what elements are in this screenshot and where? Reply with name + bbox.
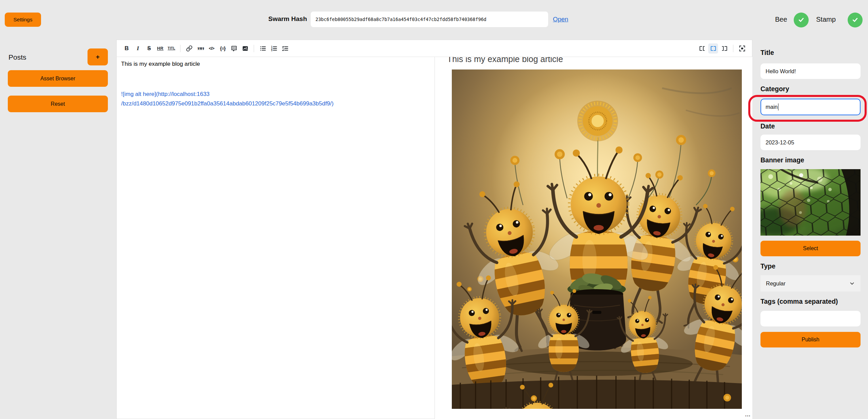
preview-heading: This is my example blog article	[447, 57, 752, 64]
swarm-hash-input[interactable]	[311, 12, 548, 27]
strikethrough-button[interactable]: S	[144, 43, 154, 54]
toolbar-view-controls	[696, 43, 748, 54]
side-by-side-icon[interactable]	[708, 43, 718, 54]
open-link[interactable]: Open	[553, 16, 568, 23]
stamp-check-icon	[848, 13, 863, 27]
horizontal-rule-button[interactable]: HR	[155, 43, 165, 54]
asset-browser-button[interactable]: Asset Browser	[8, 70, 108, 87]
swarm-hash-label: Swarm Hash	[253, 15, 307, 23]
quote-icon[interactable]: ””	[195, 43, 205, 54]
category-label: Category	[760, 85, 789, 93]
banner-image-label: Banner image	[760, 156, 804, 164]
italic-button[interactable]: I	[133, 43, 143, 54]
settings-button[interactable]: Settings	[5, 13, 41, 27]
title-label: Title	[760, 49, 774, 57]
tags-input[interactable]	[760, 311, 861, 326]
text-caret	[778, 103, 779, 111]
ordered-list-icon[interactable]: 1 2 3	[269, 43, 279, 54]
editor-image-markdown: ![img alt here](http://localhost:1633 /b…	[121, 89, 333, 108]
fullscreen-icon[interactable]	[737, 43, 747, 54]
toolbar-separator	[733, 45, 733, 52]
banner-image-thumbnail	[760, 169, 861, 236]
side-preview-icon[interactable]	[719, 43, 729, 54]
type-selected-value: Regular	[766, 280, 786, 287]
code-icon[interactable]: </>	[207, 43, 216, 54]
date-label: Date	[760, 122, 775, 130]
stamp-status-label: Stamp	[816, 16, 836, 23]
reset-button[interactable]: Reset	[8, 96, 108, 112]
type-label: Type	[760, 262, 775, 270]
chevron-down-icon	[849, 280, 855, 286]
bee-check-icon	[794, 13, 809, 27]
bold-button[interactable]: B	[122, 43, 132, 54]
task-list-icon[interactable]	[280, 43, 290, 54]
category-input[interactable]: main	[760, 99, 861, 115]
link-icon[interactable]	[184, 43, 194, 54]
editor-toolbar: B I S HR TITL ”” </> {≡}	[117, 40, 752, 57]
side-editor-icon[interactable]	[697, 43, 707, 54]
svg-text:3: 3	[271, 49, 272, 51]
tags-label: Tags (comma separated)	[760, 298, 838, 305]
markdown-link-line1: ![img alt here](http://localhost:1633	[121, 89, 333, 99]
editor-text-line: This is my example blog article	[121, 61, 200, 67]
title-input[interactable]	[760, 63, 861, 79]
image-icon[interactable]	[240, 43, 250, 54]
toolbar-separator	[180, 45, 180, 52]
type-select[interactable]: Regular	[760, 275, 861, 292]
banner-select-button[interactable]: Select	[760, 241, 861, 256]
preview-overflow-dots: ...	[745, 412, 751, 417]
category-value: main	[766, 104, 778, 110]
preview-bees-image	[452, 69, 742, 409]
posts-heading: Posts	[8, 53, 26, 61]
title-heading-button[interactable]: TITL	[167, 43, 176, 54]
publish-button[interactable]: Publish	[760, 332, 861, 347]
toolbar-separator	[254, 45, 254, 52]
bee-status-label: Bee	[775, 16, 787, 23]
date-input[interactable]	[760, 135, 861, 150]
new-post-button[interactable]: +	[88, 48, 108, 65]
markdown-link-line2: /bzz/d1480d10652d975e091b2ffa0a35614abda…	[121, 99, 333, 108]
embed-icon[interactable]	[229, 43, 239, 54]
blog-editor-app: Settings Swarm Hash Open Bee Stamp Posts…	[0, 0, 868, 419]
unordered-list-icon[interactable]	[258, 43, 268, 54]
preview-pane: This is my example blog article	[435, 57, 752, 419]
code-block-icon[interactable]: {≡}	[218, 43, 228, 54]
